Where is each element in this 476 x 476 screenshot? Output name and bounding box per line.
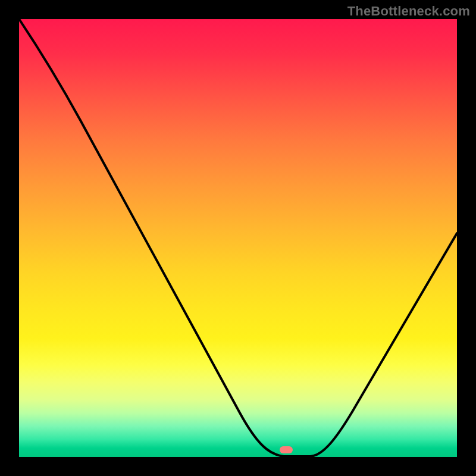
heat-gradient-background: [19, 19, 457, 457]
chart-plot-area: [19, 19, 457, 457]
optimal-point-marker: [280, 446, 293, 453]
watermark-text: TheBottleneck.com: [347, 4, 470, 19]
